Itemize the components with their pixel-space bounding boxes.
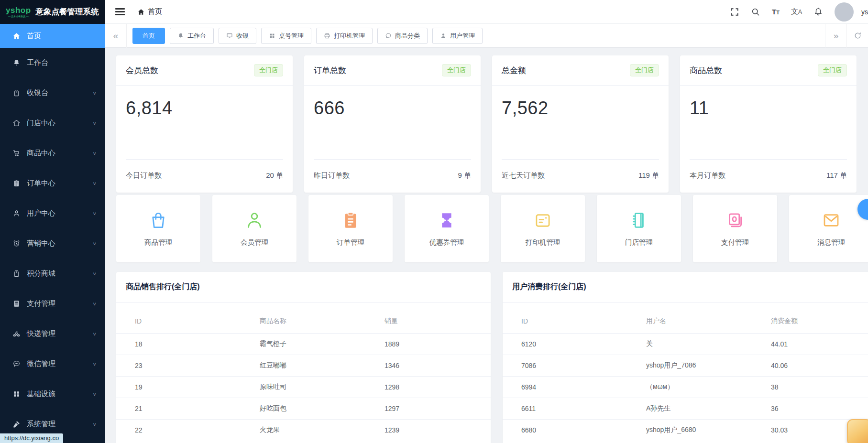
search-icon[interactable] [751, 7, 760, 17]
user-icon [440, 32, 447, 39]
tab-printer-management[interactable]: 打印机管理 [316, 28, 373, 44]
store-scope-badge: 全门店 [818, 64, 847, 76]
font-size-icon[interactable]: TT [772, 8, 780, 16]
alarm-clock-icon [12, 239, 21, 248]
user-spending-table: ID 用户名 消费金额 6120 关 44.01 7086 yshop用户_70… [503, 309, 868, 441]
bell-icon [12, 59, 21, 67]
stat-card-orders: 订单总数 全门店 666 昨日订单数 9 单 [304, 55, 481, 193]
translate-icon[interactable]: 文A [791, 7, 802, 16]
stat-footer-value: 9 单 [458, 171, 471, 180]
calculator-icon [12, 300, 21, 308]
table-row: 23 红豆嘟嘟 1346 [116, 355, 491, 376]
sidebar-toggle-icon[interactable] [115, 7, 125, 17]
breadcrumb[interactable]: 首页 [137, 7, 162, 16]
quick-action-payments[interactable]: 支付管理 [693, 195, 777, 262]
tab-home[interactable]: 首页 [132, 28, 165, 44]
quick-action-stores[interactable]: 门店管理 [597, 195, 681, 262]
stat-footer-label: 今日订单数 [126, 171, 162, 180]
stat-value: 6,814 [126, 98, 283, 119]
chevron-down-icon: ∨ [92, 301, 97, 306]
tag-view-bar: « 首页 工作台 收银 桌号管理 打印机管理 商品分类 用户管理 » [105, 24, 868, 48]
quick-action-orders[interactable]: 订单管理 [308, 195, 393, 262]
table-grid-icon [269, 32, 275, 39]
stat-title: 会员总数 [126, 65, 158, 76]
stat-value: 11 [690, 98, 847, 119]
comment-icon [385, 32, 392, 39]
tabs-scroll-left-button[interactable]: « [105, 24, 127, 48]
user-icon [12, 209, 21, 217]
tab-user-management[interactable]: 用户管理 [432, 28, 483, 44]
open-tabs: 首页 工作台 收银 桌号管理 打印机管理 商品分类 用户管理 [127, 28, 825, 44]
table-row: 6120 关 44.01 [503, 333, 868, 355]
store-scope-badge: 全门店 [442, 64, 471, 76]
stat-card-members: 会员总数 全门店 6,814 今日订单数 20 单 [116, 55, 293, 193]
tab-workbench[interactable]: 工作台 [170, 28, 214, 44]
order-clipboard-icon [341, 210, 361, 230]
tabs-scroll-right-button[interactable]: » [825, 24, 846, 48]
tab-cashier[interactable]: 收银 [219, 28, 256, 44]
sidebar-item-workbench[interactable]: 工作台 [0, 48, 105, 78]
stat-value: 7,562 [502, 98, 659, 119]
table-row: 22 火龙果 1239 [116, 419, 491, 441]
sidebar-item-goods-center[interactable]: 商品中心 ∨ [0, 138, 105, 168]
sidebar-item-cashier[interactable]: 收银台 ∨ [0, 78, 105, 108]
store-scope-badge: 全门店 [630, 64, 659, 76]
wechat-comment-icon [12, 360, 21, 368]
clipboard-icon [12, 179, 21, 187]
link-status-tooltip: https://dc.yixiang.co [0, 433, 63, 443]
chevron-down-icon: ∨ [92, 151, 97, 156]
quick-action-goods[interactable]: 商品管理 [116, 195, 200, 262]
quick-action-printers[interactable]: 打印机管理 [501, 195, 585, 262]
sidebar: yshop — 意象点餐系统 — 意象点餐管理系统 首页 工作台 收银台 ∨ 门… [0, 0, 105, 443]
tab-table-management[interactable]: 桌号管理 [261, 28, 311, 44]
payment-cards-icon [725, 210, 745, 230]
sidebar-item-points-mall[interactable]: 积分商城 ∨ [0, 259, 105, 289]
sidebar-menu: 首页 工作台 收银台 ∨ 门店中心 ∨ 商品中心 ∨ 订单中心 ∨ [0, 24, 105, 439]
user-spending-ranking-card: 用户消费排行(全门店) ID 用户名 消费金额 6120 关 44.01 [503, 272, 868, 443]
stat-value: 666 [314, 98, 471, 119]
cashier-tag-icon [12, 89, 21, 97]
tab-goods-category[interactable]: 商品分类 [377, 28, 428, 44]
table-row: 19 原味吐司 1298 [116, 376, 491, 398]
stat-title: 订单总数 [314, 65, 346, 76]
column-header: ID [116, 309, 241, 333]
printer-card-icon [533, 210, 553, 230]
avatar[interactable] [835, 2, 854, 22]
app-logo[interactable]: yshop — 意象点餐系统 — 意象点餐管理系统 [0, 0, 105, 24]
sidebar-item-order-center[interactable]: 订单中心 ∨ [0, 168, 105, 198]
table-title: 用户消费排行(全门店) [512, 282, 586, 292]
sidebar-item-user-center[interactable]: 用户中心 ∨ [0, 198, 105, 228]
chevron-down-icon: ∨ [92, 90, 97, 96]
home-icon [12, 32, 21, 40]
quick-actions-row: 商品管理 会员管理 订单管理 优惠券管理 打印机管理 门店管理 支付管理 [116, 195, 868, 262]
sidebar-item-infrastructure[interactable]: 基础设施 ∨ [0, 379, 105, 409]
table-title: 商品销售排行(全门店) [126, 282, 200, 292]
quick-action-coupons[interactable]: 优惠券管理 [405, 195, 489, 262]
sidebar-item-marketing[interactable]: 营销中心 ∨ [0, 228, 105, 259]
quick-action-messages[interactable]: 消息管理 [789, 195, 868, 262]
monitor-icon [226, 32, 233, 39]
chevron-down-icon: ∨ [92, 361, 97, 367]
main-content: 会员总数 全门店 6,814 今日订单数 20 单 订单总数 全门店 666 昨… [105, 48, 868, 443]
sidebar-item-payment[interactable]: 支付管理 ∨ [0, 289, 105, 319]
table-row: 6994 （мωм） 38 [503, 376, 868, 398]
column-header: 销量 [366, 309, 491, 333]
tabs-refresh-button[interactable] [846, 24, 868, 48]
goods-sales-table: ID 商品名称 销量 18 霸气橙子 1889 23 红豆嘟嘟 1346 [116, 309, 491, 441]
stat-footer-value: 117 单 [826, 171, 847, 180]
sidebar-item-store-center[interactable]: 门店中心 ∨ [0, 108, 105, 138]
stat-title: 总金额 [502, 65, 526, 76]
chevron-down-icon: ∨ [92, 331, 97, 336]
sidebar-item-wechat[interactable]: 微信管理 ∨ [0, 349, 105, 379]
cart-icon [12, 149, 21, 157]
chevron-down-icon: ∨ [92, 120, 97, 126]
floating-cube-widget[interactable] [847, 419, 868, 443]
quick-action-members[interactable]: 会员管理 [212, 195, 297, 262]
stat-cards-row: 会员总数 全门店 6,814 今日订单数 20 单 订单总数 全门店 666 昨… [116, 55, 868, 193]
fullscreen-icon[interactable] [730, 7, 739, 17]
table-row: 21 好吃面包 1297 [116, 398, 491, 419]
app-title: 意象点餐管理系统 [36, 7, 99, 17]
sidebar-item-express[interactable]: 快递管理 ∨ [0, 319, 105, 349]
notification-bell-icon[interactable] [813, 7, 823, 17]
sidebar-item-home[interactable]: 首页 [0, 24, 105, 48]
